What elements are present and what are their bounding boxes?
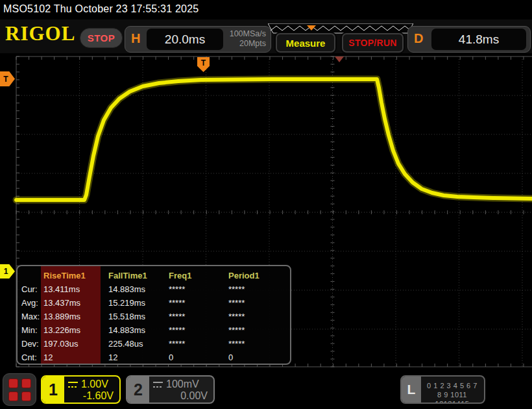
cell: ***** [226,339,290,349]
row-label: Avg: [18,298,41,308]
run-state-label: STOP [88,32,115,43]
row-label: Min: [18,325,41,335]
cell: ***** [166,298,226,308]
ch1-trace-glow [16,79,532,200]
timebase-inset: 20.0ms [147,29,223,50]
row-label: Max: [18,312,41,321]
col-risetime1: RiseTime1 [41,271,106,280]
channel2-scale: 100mV [166,378,199,390]
d-label: D [414,31,423,46]
cell: 0 [166,353,226,362]
measure-button[interactable]: Measure [276,33,335,53]
col-freq1: Freq1 [166,271,226,280]
red-square-icon [8,391,18,401]
la-channels-row1: 0 1 2 3 4 5 6 7 [425,381,479,390]
stop-run-button-label: STOP/RUN [348,38,397,48]
row-label: Dev: [18,339,41,349]
cell: ***** [226,312,290,321]
cell: ***** [226,298,290,308]
dc-coupling-icon [68,382,78,388]
channel1-badge[interactable]: 1 1.00V -1.60V [41,375,121,404]
rigol-logo: RIGOL [5,21,75,46]
channel2-number: 2 [127,377,149,403]
cell: ***** [166,284,226,294]
cell: 13.226ms [41,325,106,335]
cell: ***** [166,325,226,335]
cell: ***** [226,325,290,335]
cell: 15.518ms [106,312,166,321]
channel1-number: 1 [42,377,64,403]
cell: 15.219ms [106,298,166,308]
cell: ***** [226,284,290,294]
col-falltime1: FallTime1 [106,271,166,280]
windows-menu-icon[interactable] [3,373,36,406]
measurement-grid: RiseTime1 FallTime1 Freq1 Period1 Cur: 1… [18,266,290,364]
stop-run-button[interactable]: STOP/RUN [342,33,404,53]
channel2-offset: 0.00V [153,390,209,402]
cell: 13.889ms [41,312,106,321]
cell: 14.883ms [106,325,166,335]
cell: 13.411ms [41,284,106,294]
cell: 13.437ms [41,298,106,308]
cell: 0 [226,353,290,362]
delay-value: 41.8ms [459,32,499,47]
channel1-offset: -1.60V [68,390,115,402]
run-state-badge[interactable]: STOP [80,28,123,48]
sample-rate: 100MSa/s [230,29,266,39]
channel2-badge[interactable]: 2 100mV 0.00V [126,375,215,404]
h-label: H [131,31,140,46]
delay-panel[interactable]: D 41.8ms [407,26,531,53]
model-and-datetime: MSO5102 Thu October 23 17:55:31 2025 [3,3,199,15]
cell: ***** [166,312,226,321]
red-square-icon [8,378,18,388]
delay-position-marker [335,56,344,62]
logic-analyzer-badge[interactable]: L 0 1 2 3 4 5 6 7 8 9 1011 12131415 [400,375,485,404]
bottom-bar: 1 1.00V -1.60V 2 100mV 0.00V L [0,369,532,409]
row-label: Cur: [18,284,41,294]
cell: ***** [166,339,226,349]
cell: 12 [106,353,166,362]
top-status-bar: MSO5102 Thu October 23 17:55:31 2025 [0,0,532,19]
channel1-scale: 1.00V [81,378,108,390]
cell: 197.03us [41,339,106,349]
delay-inset: 41.8ms [431,29,526,50]
oscilloscope-screen: MSO5102 Thu October 23 17:55:31 2025 RIG… [0,0,532,409]
red-square-icon [21,391,31,401]
horizontal-timebase-panel[interactable]: H 20.0ms 100MSa/s 20Mpts [125,26,271,53]
memory-waveform-strip[interactable] [268,23,413,34]
cell: 225.48us [106,339,166,349]
dc-coupling-icon [153,382,163,388]
acquisition-info: 100MSa/s 20Mpts [230,29,266,49]
red-square-icon [21,378,31,388]
measure-button-label: Measure [286,38,326,49]
memory-depth: 20Mpts [230,39,266,49]
header-bar: RIGOL STOP H 20.0ms 100MSa/s 20Mpts Meas… [0,19,532,53]
cell: 12 [41,353,106,362]
la-channels-row2: 8 9 1011 12131415 [425,390,479,404]
row-label: Cnt: [18,353,41,362]
measurement-table[interactable]: RiseTime1 FallTime1 Freq1 Period1 Cur: 1… [16,265,291,365]
la-label: L [402,377,421,403]
cell: 14.883ms [106,284,166,294]
timebase-value: 20.0ms [165,32,205,47]
col-period1: Period1 [226,271,290,280]
